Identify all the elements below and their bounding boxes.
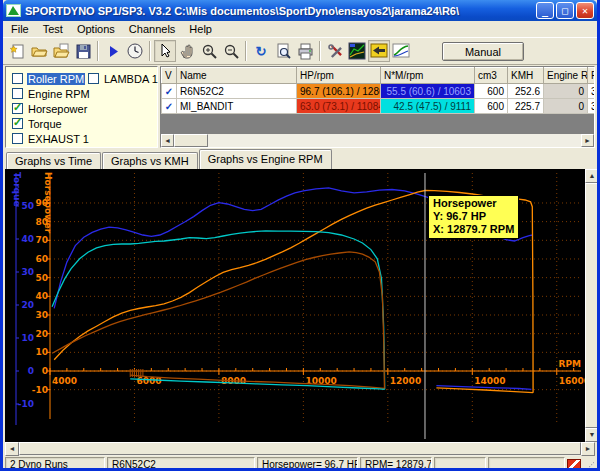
run-check-icon[interactable]: ✓ [162,99,177,114]
toolbar-separator [319,41,321,61]
scroll-thumb[interactable] [585,183,599,428]
channel-engine-rpm[interactable]: Engine RPM [12,86,91,101]
checkbox-icon[interactable] [88,73,99,84]
tooltip-x-value: X: 12879.7 RPM [433,223,514,236]
scroll-right-icon[interactable]: ► [581,442,595,456]
refresh-button[interactable]: ↻ [250,40,272,62]
col-ratio[interactable]: Ratio [588,68,596,84]
run-cm3: 600 [475,84,508,99]
resize-grip[interactable] [583,457,595,471]
zoom-in-button[interactable] [198,40,220,62]
scroll-track[interactable] [208,134,581,147]
checkbox-icon[interactable] [12,118,23,129]
scroll-up-icon[interactable]: ▲ [585,169,599,183]
tooltip-channel: Horsepower [433,197,514,210]
cursor-tooltip: Horsepower Y: 96.7 HP X: 12879.7 RPM [428,195,519,239]
start-test-button[interactable] [102,40,124,62]
zoom-out-icon [223,43,240,60]
print-preview-icon [275,43,292,60]
pointer-tool-button[interactable] [154,40,176,62]
svg-text:RPM: RPM [559,359,582,369]
menu-options[interactable]: Options [70,22,122,36]
channel-torque[interactable]: Torque [12,116,91,131]
tab-graphs-vs-kmh[interactable]: Graphs vs KMH [102,152,198,169]
toolbar-separator [97,41,99,61]
run-nm-cell: 55.5 (60.6) / 10603 [381,84,475,99]
configuration-button[interactable] [324,40,346,62]
save-icon [75,43,92,60]
open-tests-button[interactable] [50,40,72,62]
table-row[interactable]: ✓ R6N52C2 96.7 (106.1) / 12863 55.5 (60.… [162,84,596,99]
open-folder-icon [31,43,48,60]
checkbox-icon[interactable] [12,88,23,99]
scroll-thumb[interactable] [174,134,208,147]
checkbox-icon[interactable] [12,103,23,114]
print-preview-button[interactable] [272,40,294,62]
svg-text:50: 50 [35,273,48,283]
scroll-thumb[interactable] [19,442,581,455]
table-header-row: V Name HP/rpm N*M/rpm cm3 KMH Engine RPM… [162,68,596,84]
col-engine-rpm[interactable]: Engine RPM [544,68,588,84]
app-logo-icon [6,4,21,17]
chart-horizontal-scrollbar[interactable]: ◄ ► [5,442,595,456]
channel-exhaust-1[interactable]: EXHAUST 1 [12,131,91,146]
cursor-arrow-icon [157,43,173,59]
chart-plot[interactable]: 50403020100-109080706050403020100-104000… [5,169,585,442]
svg-text:50: 50 [21,201,34,211]
print-button[interactable] [294,40,316,62]
scroll-left-icon[interactable]: ◄ [161,134,174,147]
menu-help[interactable]: Help [182,22,219,36]
new-test-button[interactable] [6,40,28,62]
col-name[interactable]: Name [177,68,297,84]
open-test-button[interactable] [28,40,50,62]
toolbar: ↻ Manual [3,38,597,65]
checkbox-icon[interactable] [12,73,23,84]
col-hp[interactable]: HP/rpm [297,68,381,84]
channel-horsepower[interactable]: Horsepower [12,101,91,116]
hand-icon [179,43,196,60]
scroll-down-icon[interactable]: ▼ [585,428,599,442]
status-run-count: 2 Dyno Runs [5,457,105,471]
save-test-button[interactable] [72,40,94,62]
send-graph-button[interactable] [368,40,390,62]
col-cm3[interactable]: cm3 [475,68,508,84]
table-row[interactable]: ✓ MI_BANDIT 63.0 (73.1) / 11084 42.5 (47… [162,99,596,114]
close-button[interactable]: ✕ [576,2,594,19]
menu-file[interactable]: File [4,22,36,36]
svg-text:30: 30 [21,267,34,277]
channel-roller-rpm[interactable]: Roller RPM [12,71,91,86]
channel-lambda-1[interactable]: LAMBDA 1 [88,71,159,86]
status-rpm: RPM= 12879.7 [360,457,432,471]
menu-channels[interactable]: Channels [122,22,182,36]
checkbox-icon[interactable] [12,133,23,144]
manual-button[interactable]: Manual [442,42,524,61]
menu-test[interactable]: Test [36,22,70,36]
scroll-left-icon[interactable]: ◄ [5,442,19,456]
run-hp-cell: 96.7 (106.1) / 12863 [297,84,381,99]
run-check-icon[interactable]: ✓ [162,84,177,99]
run-ratio: 3. [588,99,596,114]
minimize-button[interactable]: _ [536,2,554,19]
power-curve-button[interactable] [390,40,412,62]
col-nm[interactable]: N*M/rpm [381,68,475,84]
chart-vertical-scrollbar[interactable]: ▲ ▼ [585,169,599,442]
svg-text:70: 70 [35,235,48,245]
table-scrollbar[interactable]: ◄ ► [161,134,594,147]
open-tests-icon [53,43,70,60]
clock-icon [126,42,144,60]
maximize-button[interactable]: □ [556,2,574,19]
zoom-out-button[interactable] [220,40,242,62]
scroll-right-icon[interactable]: ► [581,134,594,147]
svg-text:16000: 16000 [559,376,585,386]
tab-graphs-vs-time[interactable]: Graphs vs Time [6,152,101,169]
chart-row: 50403020100-109080706050403020100-104000… [3,169,597,442]
col-visible[interactable]: V [162,68,177,84]
graph-colors-button[interactable] [346,40,368,62]
status-horsepower: Horsepower= 96.7 HP [257,457,358,471]
graph-colors-icon [348,42,366,60]
tab-graphs-vs-engine-rpm[interactable]: Graphs vs Engine RPM [199,149,332,169]
svg-text:10: 10 [21,333,34,343]
timed-test-button[interactable] [124,40,146,62]
pan-tool-button[interactable] [176,40,198,62]
col-kmh[interactable]: KMH [508,68,544,84]
